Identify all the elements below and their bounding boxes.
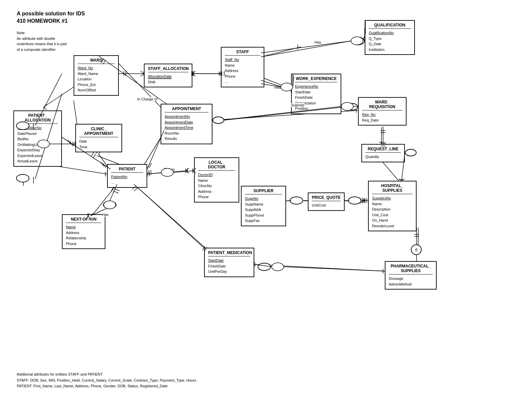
appt-attr-4: Results (165, 136, 208, 142)
patient-attr-0: PatientNo (111, 174, 143, 180)
svg-line-148 (362, 198, 365, 201)
svg-line-46 (115, 189, 119, 191)
svg-line-99 (93, 154, 96, 158)
title-line1: A possible solution for IDS (17, 10, 85, 17)
staff-title: STAFF (225, 50, 260, 56)
appt-title: APPOINTMENT (165, 106, 208, 112)
supp-attr-3: SuppPhone (245, 213, 282, 218)
staff-attr-0: Staff_No (225, 57, 260, 63)
rl-attr-0: Quantity (365, 154, 401, 160)
wr-attr-1: Req_Date (362, 117, 403, 123)
supp-attr-1: SuppName (245, 202, 282, 207)
note-line4: of a composite identifier (17, 47, 67, 53)
nok-attr-2: Relationship (66, 235, 101, 241)
we-attr-1: StartDate (295, 89, 337, 95)
appt-attr-1: AppointmentDate (165, 120, 208, 125)
oval-exp (281, 83, 293, 90)
supp-attr-2: SuppAddr (245, 207, 282, 213)
ward-attr-0: Ward_No (78, 65, 115, 71)
note-line3: underlines means that it is part (17, 41, 67, 47)
pq-title: PRICE_QUOTE (312, 195, 341, 201)
we-attr-2: FinishDate (295, 95, 337, 100)
svg-line-153 (261, 41, 352, 53)
wr-attr-0: Req_No (362, 112, 403, 117)
svg-line-120 (134, 188, 138, 191)
hospital-supplies-entity: HOSPITAL_SUPPLIES SuppliesNo Name Descri… (368, 181, 417, 231)
hs-attr-4: On_Hand (372, 218, 413, 223)
price-quote-entity: PRICE_QUOTE UnitCost (308, 192, 345, 211)
note-line2: An attribute with double (17, 36, 67, 42)
pm-attr-2: UnitPerDay (208, 269, 250, 274)
local-doctor-entity: LOCAL_DOCTOR DoctorID Name ClinicNo Addr… (194, 157, 239, 203)
hs-attr-3: Unit_Cost (372, 212, 413, 218)
ld-attr-3: Address (198, 189, 235, 194)
ld-title: LOCAL_DOCTOR (198, 160, 235, 171)
svg-line-41 (186, 168, 189, 171)
pa-attr-1: DatePlaced (17, 131, 58, 137)
pa-attr-6: ActualLeave (17, 158, 58, 164)
patient-allocation-entity: PATIENT_ALLOCATION PatientAllocNo DatePl… (13, 110, 62, 167)
pm-title: PATIENT_MEDICATION (208, 250, 250, 256)
qual-title: QUALIFICATION (369, 23, 411, 29)
qual-attr-2: Q_Date (369, 41, 411, 47)
sa-attr-1: Shift (148, 79, 188, 85)
patient-medication-entity: PATIENT_MEDICATION StartDate FinishDate … (204, 248, 254, 277)
pa-attr-4: ExpectedStay (17, 147, 58, 153)
oval-pa-bottom (16, 174, 29, 182)
appt-attr-2: AppointmentTime (165, 125, 208, 131)
svg-line-74 (70, 141, 72, 145)
footer-line2: STAFF: DOB, Sex, NIN, Position_Held, Cur… (17, 378, 196, 384)
ward-requisition-entity: WARD_REQUISITION Req_No Req_Date (358, 97, 407, 126)
ld-attr-4: Phone (198, 194, 235, 200)
qual-attr-0: QualificationNo (369, 30, 411, 36)
staff-attr-2: Address (225, 68, 260, 74)
hs-attr-5: ReorderLevel (372, 223, 413, 229)
hs-title: HOSPITAL_SUPPLIES (372, 183, 413, 194)
work-experience-entity: WORK_EXPERIENCE ExperienceNo StartDate F… (291, 74, 341, 114)
qual-attr-3: Institution (369, 47, 411, 53)
has-kin-label: Has (102, 213, 109, 217)
patient-attr-1: ... (111, 180, 143, 185)
svg-line-105 (173, 171, 194, 172)
in-charge-label: In Charge of (137, 97, 158, 101)
footer: Additional attributes for entities STAFF… (17, 372, 196, 389)
oval-rl (405, 149, 417, 156)
pm-attr-1: FinishDate (208, 263, 250, 269)
svg-line-18 (43, 87, 74, 107)
pq-attr-0: UnitCost (312, 203, 341, 208)
patient-title: PATIENT (111, 167, 143, 173)
pa-attr-2: BedNo (17, 136, 58, 142)
ca-attr-0: Date (79, 139, 118, 144)
wr-title: WARD_REQUISITION (362, 100, 403, 110)
note-line1: Note: (17, 30, 67, 36)
svg-line-75 (101, 162, 104, 166)
svg-line-42 (186, 171, 189, 173)
svg-line-20 (43, 107, 47, 110)
ward-attr-1: Ward_Name (78, 71, 115, 77)
svg-line-5 (141, 71, 144, 74)
svg-line-97 (97, 156, 120, 165)
submits-label: Submits (291, 103, 304, 107)
staff-attr-4: ... (225, 79, 260, 85)
oval-qual (351, 37, 365, 45)
clinic-appointment-entity: CLINIC_APPOINTMENT Date Time (75, 124, 122, 152)
title-line2: 410 HOMEWORK #1 (17, 17, 85, 25)
pa-attr-5: ExpectedLeave (17, 153, 58, 159)
staff-allocation-entity: STAFF_ALLOCATION AllocationDate Shift (144, 64, 192, 87)
svg-line-103 (147, 172, 164, 174)
oval-pm (258, 263, 271, 271)
ps-attr-0: Dossage (389, 276, 433, 282)
ld-attr-0: DoctorID (198, 172, 235, 178)
title: A possible solution for IDS 410 HOMEWORK… (17, 10, 85, 25)
svg-line-21 (74, 100, 77, 124)
svg-line-86 (192, 74, 195, 76)
hs-attr-1: Name (372, 201, 413, 207)
has-qual-label: Has (315, 40, 321, 44)
footer-line3: PATIENT: First_Name, Last_Name, Address,… (17, 383, 196, 389)
hs-attr-0: SuppliesNo (372, 195, 413, 201)
pm-attr-0: StartDate (208, 258, 250, 263)
ward-entity: WARD Ward_No Ward_Name Location Phone_Ex… (74, 55, 119, 96)
nok-attr-3: Phone (66, 241, 101, 247)
refers-label: Refers (164, 167, 175, 171)
oval-wr (346, 103, 358, 110)
